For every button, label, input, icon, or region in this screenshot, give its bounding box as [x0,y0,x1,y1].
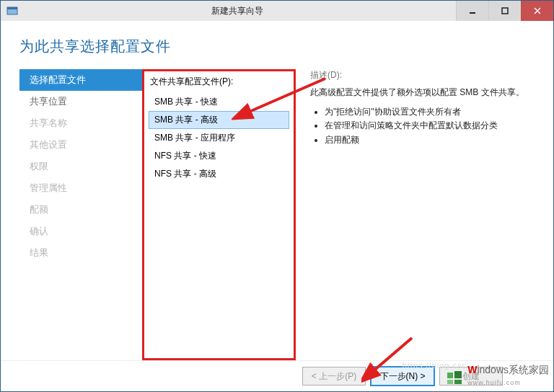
watermark-logo-icon [446,368,465,387]
prev-button[interactable]: < 上一步(P) [302,367,366,386]
description-bullet-1: 在管理和访问策略文件夹中配置默认数据分类 [325,119,535,133]
watermark-subtext: www.huifu.com [467,379,521,386]
watermark-text-rest: indows系统家园 [477,364,549,375]
maximize-button[interactable] [488,1,521,21]
close-button[interactable] [521,1,553,21]
content-area: 为此共享选择配置文件 选择配置文件共享位置共享名称其他设置权限管理属性配额确认结… [1,21,553,391]
page-title: 为此共享选择配置文件 [1,21,553,69]
profile-item-3[interactable]: NFS 共享 - 快速 [149,147,289,165]
watermark-text: Windows系统家园 www.huifu.com [467,364,549,387]
sidebar-step-2: 共享名称 [19,112,142,134]
app-icon [6,5,18,17]
profile-list[interactable]: SMB 共享 - 快速SMB 共享 - 高级SMB 共享 - 应用程序NFS 共… [149,92,289,183]
svg-rect-3 [502,8,508,14]
step-sidebar: 选择配置文件共享位置共享名称其他设置权限管理属性配额确认结果 [19,69,142,360]
profile-item-4[interactable]: NFS 共享 - 高级 [149,165,289,183]
description-bullet-0: 为"拒绝访问"协助设置文件夹所有者 [325,105,535,119]
watermark: Windows系统家园 www.huifu.com [446,364,549,387]
description-panel: 描述(D): 此高级配置文件提供了额外选项以配置 SMB 文件共享。 为"拒绝访… [310,69,535,360]
sidebar-step-1[interactable]: 共享位置 [19,91,142,112]
description-body: 此高级配置文件提供了额外选项以配置 SMB 文件共享。 为"拒绝访问"协助设置文… [310,86,535,147]
sidebar-step-0[interactable]: 选择配置文件 [19,69,142,91]
watermark-text-prefix: W [467,364,477,375]
wizard-window: 新建共享向导 为此共享选择配置文件 选择配置文件共享位置共享名称其他设置权限管理… [0,0,554,392]
sidebar-step-7: 确认 [19,220,142,242]
description-bullets: 为"拒绝访问"协助设置文件夹所有者在管理和访问策略文件夹中配置默认数据分类启用配… [313,105,535,147]
svg-rect-1 [7,7,17,9]
sidebar-step-8: 结果 [19,242,142,264]
sidebar-step-5: 管理属性 [19,177,142,199]
sidebar-step-3: 其他设置 [19,134,142,156]
svg-rect-11 [454,380,462,384]
description-intro: 此高级配置文件提供了额外选项以配置 SMB 文件共享。 [310,86,535,99]
svg-rect-8 [447,373,453,378]
window-title: 新建共享向导 [18,5,456,17]
titlebar: 新建共享向导 [1,1,553,22]
svg-rect-10 [447,380,453,384]
profile-item-0[interactable]: SMB 共享 - 快速 [149,93,289,111]
profile-list-label: 文件共享配置文件(P): [150,76,289,88]
body: 选择配置文件共享位置共享名称其他设置权限管理属性配额确认结果 文件共享配置文件(… [1,69,553,360]
minimize-button[interactable] [456,1,488,21]
profile-item-1[interactable]: SMB 共享 - 高级 [149,111,289,129]
profile-item-2[interactable]: SMB 共享 - 应用程序 [149,129,289,147]
profile-box: 文件共享配置文件(P): SMB 共享 - 快速SMB 共享 - 高级SMB 共… [142,69,296,360]
description-bullet-2: 启用配额 [325,133,535,147]
description-label: 描述(D): [310,69,535,81]
svg-rect-9 [454,371,462,378]
sidebar-step-4: 权限 [19,156,142,177]
window-buttons [456,1,553,21]
sidebar-step-6: 配额 [19,199,142,220]
main-panel: 文件共享配置文件(P): SMB 共享 - 快速SMB 共享 - 高级SMB 共… [142,69,535,360]
